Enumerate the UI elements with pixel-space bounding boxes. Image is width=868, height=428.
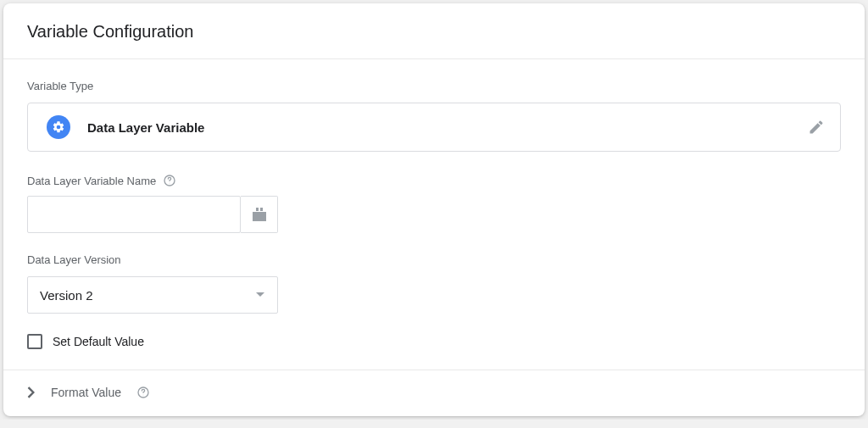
gear-icon	[52, 120, 65, 134]
help-icon[interactable]	[136, 386, 150, 399]
format-value-row[interactable]: Format Value	[3, 370, 865, 416]
card-body: Variable Type Data Layer Variable	[3, 59, 865, 349]
svg-rect-4	[260, 208, 263, 211]
variable-type-row[interactable]: Data Layer Variable	[27, 103, 841, 152]
dlv-version-group: Data Layer Version Version 2	[27, 253, 841, 314]
insert-variable-button[interactable]	[241, 196, 278, 233]
caret-down-icon	[255, 292, 265, 298]
dlv-version-select[interactable]: Version 2	[27, 276, 278, 314]
variable-type-icon-circle	[47, 115, 70, 139]
format-value-label: Format Value	[51, 386, 121, 399]
variable-type-label: Variable Type	[27, 80, 841, 92]
svg-rect-3	[256, 208, 259, 211]
dlv-name-input-row	[27, 196, 841, 233]
dlv-version-label: Data Layer Version	[27, 253, 841, 266]
variable-config-card: Variable Configuration Variable Type Dat…	[3, 3, 865, 416]
card-title: Variable Configuration	[27, 22, 841, 42]
variable-type-name: Data Layer Variable	[87, 120, 204, 135]
help-icon[interactable]	[163, 174, 176, 187]
building-block-icon	[251, 207, 268, 222]
dlv-name-label: Data Layer Variable Name	[27, 175, 156, 187]
card-header: Variable Configuration	[3, 3, 865, 59]
svg-point-1	[170, 183, 170, 184]
set-default-label: Set Default Value	[53, 335, 144, 348]
dlv-name-group: Data Layer Variable Name	[27, 174, 841, 233]
svg-rect-2	[253, 212, 266, 221]
pencil-icon[interactable]	[808, 119, 825, 136]
set-default-checkbox[interactable]	[27, 334, 42, 349]
dlv-name-label-row: Data Layer Variable Name	[27, 174, 841, 187]
set-default-row[interactable]: Set Default Value	[27, 334, 841, 349]
dlv-name-input[interactable]	[27, 196, 241, 233]
svg-point-6	[143, 395, 144, 396]
variable-type-left: Data Layer Variable	[47, 115, 204, 139]
chevron-right-icon	[27, 386, 36, 398]
dlv-version-value: Version 2	[40, 288, 93, 303]
